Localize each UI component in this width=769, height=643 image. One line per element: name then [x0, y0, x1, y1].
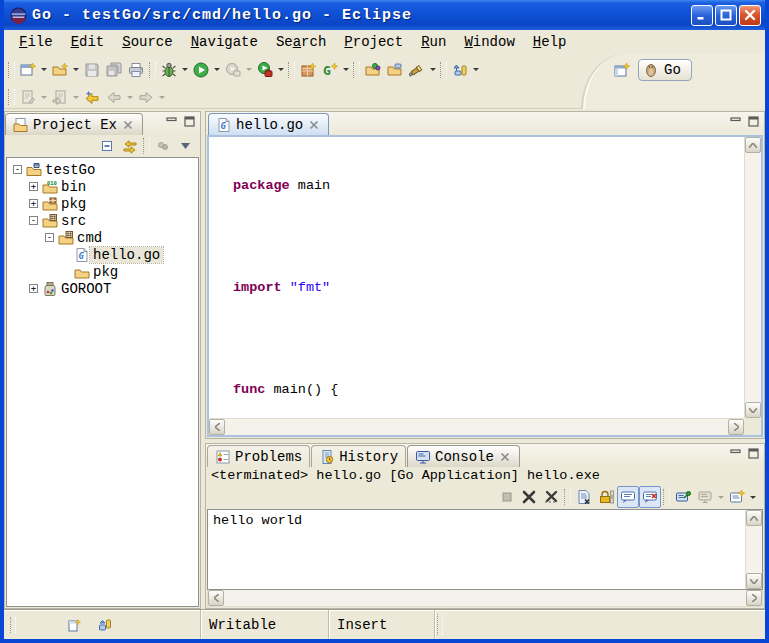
maximize-button[interactable]: [715, 5, 737, 26]
tree-item-src[interactable]: - src: [7, 212, 198, 229]
editor-horizontal-scrollbar[interactable]: [209, 418, 744, 435]
search-button[interactable]: [406, 59, 428, 81]
toolbar-grip[interactable]: [663, 489, 670, 505]
debug-dropdown[interactable]: [182, 68, 188, 71]
debug-button[interactable]: [158, 59, 180, 81]
toolbar-grip[interactable]: [288, 62, 295, 78]
go-perspective-button[interactable]: Go: [638, 59, 692, 81]
menu-edit[interactable]: Edit: [62, 32, 114, 52]
scroll-lock-button[interactable]: [595, 486, 617, 508]
view-menu-button[interactable]: [174, 135, 196, 157]
expander-icon[interactable]: +: [29, 199, 38, 208]
external-tools-button[interactable]: [254, 59, 276, 81]
new-go-element-dropdown[interactable]: [73, 68, 79, 71]
forward-button[interactable]: [135, 86, 157, 108]
scroll-down-button[interactable]: [746, 573, 762, 589]
menu-file[interactable]: File: [10, 32, 62, 52]
expander-icon[interactable]: -: [13, 165, 22, 174]
external-tools-dropdown[interactable]: [278, 68, 284, 71]
display-selected-console-button[interactable]: [694, 486, 716, 508]
menu-run[interactable]: Run: [412, 32, 455, 52]
tree-item-cmd[interactable]: - cmd: [7, 229, 198, 246]
tree-item-pkg-src[interactable]: pkg: [7, 263, 198, 280]
tree-item-goroot[interactable]: + GOROOT: [7, 280, 198, 297]
back-button[interactable]: [103, 86, 125, 108]
open-type-button[interactable]: [362, 59, 384, 81]
new-package-button[interactable]: [297, 59, 319, 81]
minimize-button[interactable]: [691, 5, 713, 26]
back-to-last-edit-button[interactable]: [81, 86, 103, 108]
scroll-right-button[interactable]: [728, 419, 744, 435]
maximize-editor-icon[interactable]: [748, 116, 760, 127]
minimize-view-icon[interactable]: [730, 448, 742, 459]
fast-view-button[interactable]: [64, 614, 86, 636]
maximize-view-icon[interactable]: [184, 116, 196, 127]
annotation-navigation-dropdown[interactable]: [473, 68, 479, 71]
code-editor[interactable]: package main import "fmt" func main() { …: [207, 135, 763, 437]
menu-help[interactable]: Help: [524, 32, 576, 52]
toolbar-grip[interactable]: [440, 62, 447, 78]
menu-navigate[interactable]: Navigate: [182, 32, 267, 52]
minimize-view-icon[interactable]: [166, 116, 178, 127]
forward-dropdown[interactable]: [159, 96, 165, 99]
tree-item-bin[interactable]: + 010 bin: [7, 178, 198, 195]
expander-icon[interactable]: -: [29, 216, 38, 225]
pin-console-button[interactable]: [672, 486, 694, 508]
back-dropdown[interactable]: [127, 96, 133, 99]
tree-item-testgo[interactable]: - testGo: [7, 161, 198, 178]
print-button[interactable]: [125, 59, 147, 81]
close-tab-icon[interactable]: [307, 118, 321, 132]
console-vertical-scrollbar[interactable]: [745, 510, 762, 589]
scroll-right-button[interactable]: [746, 590, 762, 606]
scroll-left-button[interactable]: [208, 590, 224, 606]
menu-source[interactable]: Source: [113, 32, 181, 52]
toolbar-grip[interactable]: [564, 489, 571, 505]
titlebar[interactable]: Go - testGo/src/cmd/hello.go - Eclipse: [4, 0, 765, 30]
new-go-app-button[interactable]: G: [319, 59, 341, 81]
remove-all-terminated-button[interactable]: [540, 486, 562, 508]
tab-hello-go[interactable]: G hello.go: [208, 113, 329, 135]
clear-console-button[interactable]: [573, 486, 595, 508]
last-edit-location-doc-button[interactable]: [17, 86, 39, 108]
terminate-button[interactable]: [496, 486, 518, 508]
toolbar-grip[interactable]: [8, 62, 15, 78]
scroll-up-button[interactable]: [745, 137, 761, 153]
console-output-text[interactable]: hello world: [208, 510, 745, 589]
toolbar-grip[interactable]: [8, 89, 15, 105]
open-resource-button[interactable]: [384, 59, 406, 81]
console-output[interactable]: hello world: [207, 509, 763, 590]
annotation-navigation-button[interactable]: [449, 59, 471, 81]
tree-item-pkg[interactable]: + pkg: [7, 195, 198, 212]
minimize-editor-icon[interactable]: [730, 116, 742, 127]
run-button[interactable]: [190, 59, 212, 81]
menu-search[interactable]: Search: [267, 32, 335, 52]
goto-last-edit-dropdown[interactable]: [73, 96, 79, 99]
new-wizard-dropdown[interactable]: [41, 68, 47, 71]
menu-project[interactable]: Project: [335, 32, 412, 52]
close-view-icon[interactable]: [121, 118, 135, 132]
profile-button[interactable]: [222, 59, 244, 81]
close-button[interactable]: [739, 5, 761, 26]
maximize-view-icon[interactable]: [748, 448, 760, 459]
remove-launch-button[interactable]: [518, 486, 540, 508]
toolbar-grip[interactable]: [353, 62, 360, 78]
focus-task-button[interactable]: [152, 135, 174, 157]
console-horizontal-scrollbar[interactable]: [207, 590, 763, 607]
expander-icon[interactable]: +: [29, 182, 38, 191]
status-grip[interactable]: [437, 614, 443, 635]
trim-stack-button[interactable]: [94, 614, 116, 636]
collapse-all-button[interactable]: [97, 135, 119, 157]
tab-console[interactable]: Console: [407, 445, 520, 467]
goto-last-edit-button[interactable]: [49, 86, 71, 108]
show-on-stderr-button[interactable]: [639, 486, 661, 508]
display-console-dropdown[interactable]: [718, 496, 724, 499]
profile-dropdown[interactable]: [246, 68, 252, 71]
new-go-element-button[interactable]: [49, 59, 71, 81]
last-edit-doc-dropdown[interactable]: [41, 96, 47, 99]
toolbar-grip[interactable]: [143, 138, 150, 154]
expander-icon[interactable]: -: [45, 233, 54, 242]
tab-history[interactable]: History: [311, 445, 406, 467]
scroll-left-button[interactable]: [209, 419, 225, 435]
expander-icon[interactable]: +: [29, 284, 38, 293]
open-console-dropdown[interactable]: [750, 496, 756, 499]
